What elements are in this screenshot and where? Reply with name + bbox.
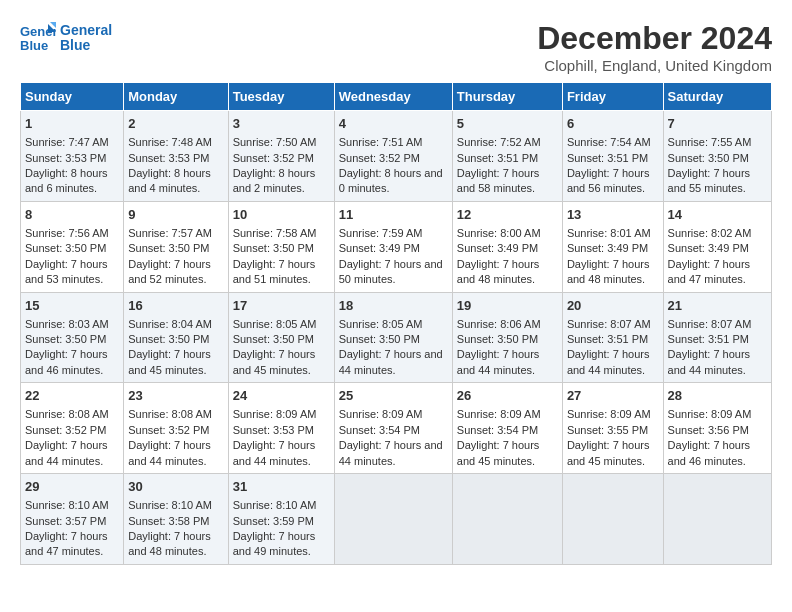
daylight-text: Daylight: 7 hours and 44 minutes. [457,348,540,375]
header-day-sunday: Sunday [21,83,124,111]
calendar-cell: 20Sunrise: 8:07 AMSunset: 3:51 PMDayligh… [562,292,663,383]
logo-text: General Blue [60,23,112,54]
header-row: SundayMondayTuesdayWednesdayThursdayFrid… [21,83,772,111]
sunset-text: Sunset: 3:52 PM [233,152,314,164]
daylight-text: Daylight: 7 hours and 48 minutes. [128,530,211,557]
calendar-cell: 15Sunrise: 8:03 AMSunset: 3:50 PMDayligh… [21,292,124,383]
sunrise-text: Sunrise: 8:05 AM [339,318,423,330]
sunrise-text: Sunrise: 8:10 AM [128,499,212,511]
calendar-cell: 9Sunrise: 7:57 AMSunset: 3:50 PMDaylight… [124,201,228,292]
day-number: 12 [457,206,558,224]
daylight-text: Daylight: 7 hours and 52 minutes. [128,258,211,285]
calendar-cell: 22Sunrise: 8:08 AMSunset: 3:52 PMDayligh… [21,383,124,474]
daylight-text: Daylight: 7 hours and 47 minutes. [668,258,751,285]
sunset-text: Sunset: 3:50 PM [339,333,420,345]
calendar-cell: 19Sunrise: 8:06 AMSunset: 3:50 PMDayligh… [452,292,562,383]
calendar-cell: 24Sunrise: 8:09 AMSunset: 3:53 PMDayligh… [228,383,334,474]
calendar-cell: 7Sunrise: 7:55 AMSunset: 3:50 PMDaylight… [663,111,771,202]
daylight-text: Daylight: 7 hours and 44 minutes. [668,348,751,375]
sunrise-text: Sunrise: 7:52 AM [457,136,541,148]
logo: General Blue General Blue [20,20,112,56]
sunset-text: Sunset: 3:55 PM [567,424,648,436]
calendar-cell: 16Sunrise: 8:04 AMSunset: 3:50 PMDayligh… [124,292,228,383]
sunset-text: Sunset: 3:50 PM [233,242,314,254]
calendar-cell: 26Sunrise: 8:09 AMSunset: 3:54 PMDayligh… [452,383,562,474]
sunrise-text: Sunrise: 8:02 AM [668,227,752,239]
page-subtitle: Clophill, England, United Kingdom [537,57,772,74]
sunset-text: Sunset: 3:49 PM [668,242,749,254]
calendar-cell: 14Sunrise: 8:02 AMSunset: 3:49 PMDayligh… [663,201,771,292]
sunrise-text: Sunrise: 7:50 AM [233,136,317,148]
day-number: 29 [25,478,119,496]
day-number: 2 [128,115,223,133]
sunrise-text: Sunrise: 7:54 AM [567,136,651,148]
calendar-cell: 25Sunrise: 8:09 AMSunset: 3:54 PMDayligh… [334,383,452,474]
daylight-text: Daylight: 8 hours and 4 minutes. [128,167,211,194]
week-row-3: 15Sunrise: 8:03 AMSunset: 3:50 PMDayligh… [21,292,772,383]
header-day-thursday: Thursday [452,83,562,111]
calendar-cell [562,474,663,565]
calendar-cell: 17Sunrise: 8:05 AMSunset: 3:50 PMDayligh… [228,292,334,383]
sunrise-text: Sunrise: 8:04 AM [128,318,212,330]
day-number: 26 [457,387,558,405]
daylight-text: Daylight: 7 hours and 44 minutes. [233,439,316,466]
sunset-text: Sunset: 3:58 PM [128,515,209,527]
calendar-cell: 4Sunrise: 7:51 AMSunset: 3:52 PMDaylight… [334,111,452,202]
day-number: 19 [457,297,558,315]
calendar-cell: 27Sunrise: 8:09 AMSunset: 3:55 PMDayligh… [562,383,663,474]
day-number: 7 [668,115,767,133]
sunrise-text: Sunrise: 8:01 AM [567,227,651,239]
sunrise-text: Sunrise: 8:03 AM [25,318,109,330]
day-number: 20 [567,297,659,315]
sunset-text: Sunset: 3:52 PM [339,152,420,164]
sunrise-text: Sunrise: 7:56 AM [25,227,109,239]
sunset-text: Sunset: 3:51 PM [668,333,749,345]
sunrise-text: Sunrise: 8:07 AM [668,318,752,330]
day-number: 9 [128,206,223,224]
calendar-cell: 10Sunrise: 7:58 AMSunset: 3:50 PMDayligh… [228,201,334,292]
sunset-text: Sunset: 3:53 PM [25,152,106,164]
sunrise-text: Sunrise: 8:10 AM [233,499,317,511]
daylight-text: Daylight: 7 hours and 56 minutes. [567,167,650,194]
calendar-cell: 8Sunrise: 7:56 AMSunset: 3:50 PMDaylight… [21,201,124,292]
daylight-text: Daylight: 7 hours and 44 minutes. [567,348,650,375]
day-number: 5 [457,115,558,133]
svg-text:Blue: Blue [20,38,48,53]
calendar-cell: 18Sunrise: 8:05 AMSunset: 3:50 PMDayligh… [334,292,452,383]
daylight-text: Daylight: 7 hours and 50 minutes. [339,258,443,285]
sunset-text: Sunset: 3:50 PM [128,333,209,345]
day-number: 25 [339,387,448,405]
sunset-text: Sunset: 3:49 PM [339,242,420,254]
day-number: 30 [128,478,223,496]
sunrise-text: Sunrise: 8:00 AM [457,227,541,239]
calendar-cell: 21Sunrise: 8:07 AMSunset: 3:51 PMDayligh… [663,292,771,383]
sunset-text: Sunset: 3:50 PM [128,242,209,254]
calendar-cell: 3Sunrise: 7:50 AMSunset: 3:52 PMDaylight… [228,111,334,202]
sunrise-text: Sunrise: 8:10 AM [25,499,109,511]
sunset-text: Sunset: 3:49 PM [567,242,648,254]
sunset-text: Sunset: 3:54 PM [457,424,538,436]
day-number: 18 [339,297,448,315]
sunrise-text: Sunrise: 7:59 AM [339,227,423,239]
calendar-cell: 29Sunrise: 8:10 AMSunset: 3:57 PMDayligh… [21,474,124,565]
sunset-text: Sunset: 3:51 PM [567,333,648,345]
page-header: General Blue General Blue December 2024 … [20,20,772,74]
day-number: 1 [25,115,119,133]
daylight-text: Daylight: 7 hours and 45 minutes. [457,439,540,466]
day-number: 6 [567,115,659,133]
sunset-text: Sunset: 3:57 PM [25,515,106,527]
calendar-cell: 5Sunrise: 7:52 AMSunset: 3:51 PMDaylight… [452,111,562,202]
sunrise-text: Sunrise: 8:06 AM [457,318,541,330]
daylight-text: Daylight: 7 hours and 53 minutes. [25,258,108,285]
sunset-text: Sunset: 3:50 PM [457,333,538,345]
sunset-text: Sunset: 3:50 PM [233,333,314,345]
header-day-wednesday: Wednesday [334,83,452,111]
day-number: 27 [567,387,659,405]
header-day-monday: Monday [124,83,228,111]
daylight-text: Daylight: 7 hours and 55 minutes. [668,167,751,194]
day-number: 11 [339,206,448,224]
day-number: 21 [668,297,767,315]
week-row-2: 8Sunrise: 7:56 AMSunset: 3:50 PMDaylight… [21,201,772,292]
daylight-text: Daylight: 8 hours and 2 minutes. [233,167,316,194]
sunset-text: Sunset: 3:50 PM [25,333,106,345]
